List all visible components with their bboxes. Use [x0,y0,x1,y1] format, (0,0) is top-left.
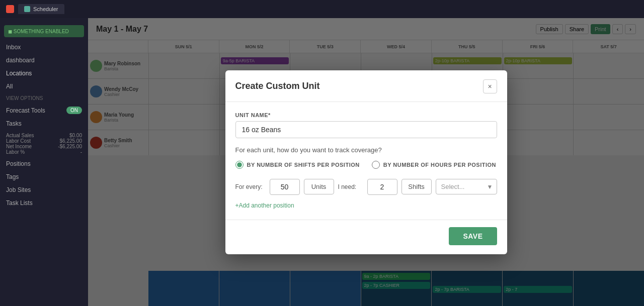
modal-footer: SAVE [225,220,507,254]
sidebar-tasks[interactable]: Tasks [0,118,88,130]
sidebar-top-block: ◼ SOMETHING ENABLED [4,25,84,37]
sidebar-inbox[interactable]: Inbox [0,41,88,53]
radio-shifts-input[interactable] [235,161,244,169]
sidebar-all[interactable]: All [0,80,88,92]
modal-header: Create Custom Unit × [225,70,507,102]
content-area: May 1 - May 7 Publish Share Print ‹ › SU… [88,18,644,306]
unit-name-input[interactable] [235,121,497,138]
create-custom-unit-modal: Create Custom Unit × UNIT NAME* For each… [225,70,507,254]
main-layout: ◼ SOMETHING ENABLED Inbox dashboard Loca… [0,18,644,306]
sidebar-forecast-tools[interactable]: Forecast Tools ON [0,104,88,117]
modal-title: Create Custom Unit [235,81,320,91]
top-bar: Scheduler [0,0,644,18]
for-every-label: For every: [235,183,266,190]
sidebar-view-options: View Options [0,93,88,103]
sidebar-dashboard[interactable]: dashboard [0,54,88,66]
scheduler-tab-label: Scheduler [33,6,58,12]
radio-hours-text: BY NUMBER OF HOURS PER POSITION [383,162,496,168]
sidebar-task-lists[interactable]: Task Lists [0,197,88,209]
scheduler-tab[interactable]: Scheduler [18,4,64,14]
add-position-link[interactable]: +Add another position [235,202,294,209]
modal-body: UNIT NAME* For each unit, how do you wan… [225,102,507,215]
radio-hours-input[interactable] [372,161,380,169]
radio-shifts-text: BY NUMBER OF SHIFTS PER POSITION [247,162,360,168]
quantity-input[interactable] [270,179,300,195]
app-background: Scheduler ◼ SOMETHING ENABLED Inbox dash… [0,0,644,306]
sidebar-positions[interactable]: Positions [0,158,88,170]
unit-name-group: UNIT NAME* [235,112,497,138]
sidebar-locations[interactable]: Locations [0,67,88,79]
modal-overlay: Create Custom Unit × UNIT NAME* For each… [88,18,644,306]
scheduler-tab-icon [24,6,30,12]
radio-shifts-label[interactable]: BY NUMBER OF SHIFTS PER POSITION [235,161,360,169]
shifts-count-input[interactable] [367,179,397,195]
i-need-label: I need: [338,183,363,190]
position-select-wrap: Select... Barista Cashier Manager ▼ [436,179,497,194]
sidebar-tags[interactable]: Tags [0,171,88,183]
position-select[interactable]: Select... Barista Cashier Manager [436,179,497,194]
radio-hours-label[interactable]: BY NUMBER OF HOURS PER POSITION [372,161,496,169]
units-badge: Units [304,179,334,194]
unit-name-label: UNIT NAME* [235,112,497,118]
save-button[interactable]: SAVE [449,227,497,245]
modal-close-button[interactable]: × [483,79,497,93]
sidebar-job-sites[interactable]: Job Sites [0,184,88,196]
app-logo [6,5,14,13]
shifts-badge: Shifts [401,179,432,194]
radio-group: BY NUMBER OF SHIFTS PER POSITION BY NUMB… [235,161,497,169]
tracking-question: For each unit, how do you want to track … [235,146,497,154]
sidebar: ◼ SOMETHING ENABLED Inbox dashboard Loca… [0,18,88,306]
